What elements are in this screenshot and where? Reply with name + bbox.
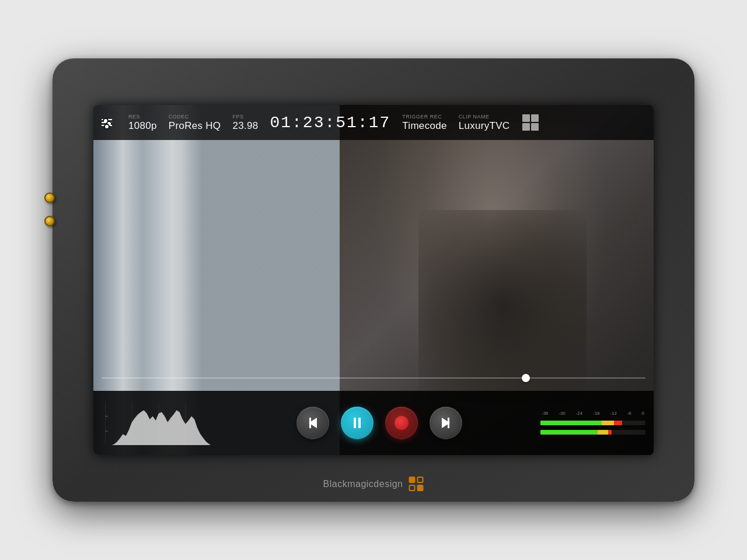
skip-forward-button[interactable] bbox=[430, 407, 462, 439]
trigger-rec-group: TRIGGER REC Timecode bbox=[402, 114, 446, 132]
vu-scale-label: -18 bbox=[593, 411, 600, 416]
vu-channel-2 bbox=[540, 429, 645, 436]
vu-channel-1 bbox=[540, 419, 645, 426]
skip-back-button[interactable] bbox=[296, 407, 329, 439]
histogram-display bbox=[102, 401, 218, 445]
trigger-rec-value: Timecode bbox=[402, 120, 446, 132]
codec-group: CODEC ProRes HQ bbox=[169, 114, 221, 132]
vu-scale-label: -12 bbox=[610, 411, 617, 416]
res-label: RES bbox=[128, 114, 157, 120]
vu-scale-label: -36 bbox=[542, 411, 549, 416]
scrub-thumb[interactable] bbox=[522, 374, 530, 382]
progress-bar[interactable] bbox=[93, 371, 654, 385]
vu-scale-label: -30 bbox=[558, 411, 566, 416]
codec-value: ProRes HQ bbox=[169, 120, 221, 132]
res-group: RES 1080p bbox=[128, 114, 157, 132]
video-display: RES 1080p CODEC ProRes HQ FPS 23.98 01:2… bbox=[93, 105, 654, 455]
skip-back-icon bbox=[309, 418, 317, 428]
brand-logo-cell-2 bbox=[417, 477, 424, 483]
vu-green-seg bbox=[540, 421, 602, 425]
vu-green-seg bbox=[540, 430, 598, 435]
skip-forward-icon bbox=[442, 418, 450, 428]
timecode-display: 01:23:51:17 bbox=[270, 114, 390, 132]
vu-channel-2-fill bbox=[540, 430, 612, 435]
brand-logo-icon bbox=[409, 477, 424, 491]
vu-red-seg bbox=[614, 421, 622, 425]
brand-logo-cell-4 bbox=[417, 485, 424, 491]
clip-name-group: CLIP NAME LuxuryTVC bbox=[459, 114, 510, 132]
vu-red-seg bbox=[608, 430, 612, 435]
vu-meter: -36 -30 -24 -18 -12 -6 0 bbox=[540, 401, 645, 445]
fps-group: FPS 23.98 bbox=[232, 114, 258, 132]
fps-value: 23.98 bbox=[232, 120, 258, 132]
device-screen: RES 1080p CODEC ProRes HQ FPS 23.98 01:2… bbox=[93, 105, 654, 455]
vu-scale-label: 0 bbox=[642, 411, 644, 416]
vu-channel-1-fill bbox=[540, 421, 622, 425]
res-value: 1080p bbox=[128, 120, 157, 132]
codec-label: CODEC bbox=[169, 114, 221, 120]
clip-name-label: CLIP NAME bbox=[459, 114, 510, 120]
pause-icon bbox=[354, 418, 361, 428]
vu-channel-2-track bbox=[540, 430, 645, 435]
vu-scale-label: -24 bbox=[576, 411, 583, 416]
record-icon bbox=[395, 416, 409, 430]
brand-logo-cell-3 bbox=[409, 485, 415, 491]
brand-logo-cell-1 bbox=[409, 477, 415, 483]
record-button[interactable] bbox=[385, 407, 418, 439]
brand-name: Blackmagicdesign bbox=[323, 479, 403, 489]
scrub-track[interactable] bbox=[102, 377, 645, 379]
film-grid-icon[interactable] bbox=[521, 113, 540, 132]
bnc-connector-2 bbox=[44, 216, 55, 226]
vu-channel-1-track bbox=[540, 421, 645, 425]
bnc-connector-1 bbox=[44, 192, 55, 203]
vu-scale-label: -6 bbox=[627, 411, 631, 416]
brand-area: Blackmagicdesign bbox=[323, 477, 424, 491]
bottom-controls-bar: -36 -30 -24 -18 -12 -6 0 bbox=[93, 391, 654, 455]
pause-button[interactable] bbox=[341, 407, 374, 439]
vu-yellow-seg bbox=[598, 430, 608, 435]
clip-name-value: LuxuryTVC bbox=[459, 120, 510, 132]
device-body: RES 1080p CODEC ProRes HQ FPS 23.98 01:2… bbox=[53, 58, 694, 502]
info-bar: RES 1080p CODEC ProRes HQ FPS 23.98 01:2… bbox=[93, 105, 654, 140]
transport-controls bbox=[225, 407, 533, 439]
settings-sliders-icon[interactable] bbox=[102, 119, 112, 126]
vu-scale: -36 -30 -24 -18 -12 -6 0 bbox=[540, 411, 645, 416]
trigger-rec-label: TRIGGER REC bbox=[402, 114, 446, 120]
fps-label: FPS bbox=[232, 114, 258, 120]
vu-yellow-seg bbox=[602, 421, 614, 425]
